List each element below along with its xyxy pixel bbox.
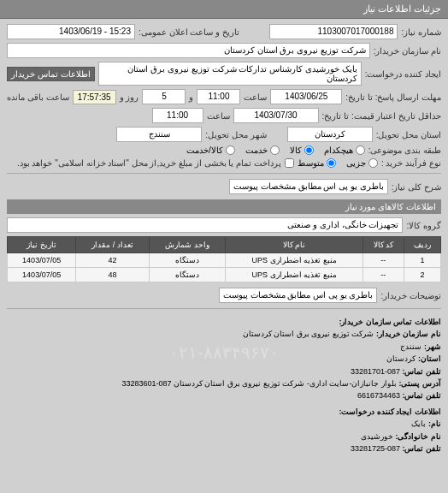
credit-time-field: 11:00 (152, 108, 203, 123)
contact-org-label: نام سازمان خریدار: (376, 330, 441, 338)
public-datetime-field: 15:23 - 1403/06/19 (7, 24, 135, 39)
classification-none-label: هیچکدام (324, 146, 353, 155)
contact-fax-label: تلفن تماس: (403, 391, 442, 400)
remaining-time-label: ساعت باقی مانده (7, 92, 69, 102)
contact-phone-label: تلفن تماس: (403, 367, 442, 376)
classification-none-radio[interactable] (356, 146, 365, 155)
header-title: جزئیات اطلاعات نیاز (363, 3, 441, 14)
contact-name-label: نام: (428, 419, 441, 428)
cell-unit: دستگاه (149, 268, 226, 282)
classification-goods-service-radio[interactable] (226, 146, 235, 155)
process-small-label: جزیی (346, 158, 366, 168)
contact-fax-value: 6616734463 (357, 391, 400, 400)
contact-section2-title: اطلاعات ایجاد کننده درخواست: (7, 406, 441, 418)
process-medium-radio[interactable] (327, 158, 336, 168)
classification-goods-label: کالا (290, 146, 302, 155)
classification-service-radio[interactable] (270, 146, 280, 155)
public-datetime-label: تاریخ و ساعت اعلان عمومی: (139, 27, 239, 37)
buyer-name-field: شرکت توزیع نیروی برق استان کردستان (7, 43, 370, 58)
request-number-label: شماره نیاز: (401, 27, 441, 37)
goods-info-title: اطلاعات کالاهای مورد نیاز (7, 199, 441, 214)
th-date: تاریخ نیاز (8, 237, 76, 253)
general-desc-field: باطری یو پی اس مطابق مشخصات پیوست (229, 179, 388, 194)
response-time-field: 11:00 (197, 89, 240, 104)
credit-time-label: ساعت (207, 111, 230, 121)
buyer-note-field: باطری یو پی اس مطابق مشخصات پیوست (219, 288, 378, 303)
city-label: شهر محل تحویل: (205, 130, 266, 140)
province-field: کردستان (287, 127, 373, 142)
goods-table: ردیف کد کالا نام کالا واحد شمارش تعداد /… (7, 236, 441, 282)
buyer-contact-button[interactable]: اطلاعات تماس خریدار (7, 67, 95, 81)
th-unit: واحد شمارش (149, 237, 226, 253)
remaining-days-label: روز و (120, 92, 139, 102)
classification-radio-group: هیچکدام کالا خدمت کالا/خدمت (186, 146, 365, 155)
contact-city-value: سنندج (400, 342, 421, 351)
cell-qty: 48 (76, 268, 149, 282)
process-medium-label: متوسط (298, 158, 324, 168)
contact-section1-title: اطلاعات تماس سازمان خریدار: (7, 316, 441, 328)
cell-row: 2 (404, 268, 440, 282)
cell-name: منبع تغذیه اضطراری UPS (226, 253, 363, 268)
contact-phone-value: 087-33281701 (351, 367, 400, 376)
cell-code: -- (363, 268, 404, 282)
contact-address-value: بلوار جانبازان-سایت اداری- شرکت توزیع نی… (121, 379, 397, 388)
contact-province-value: کردستان (386, 354, 416, 363)
cell-date: 1403/07/05 (8, 268, 76, 282)
th-qty: تعداد / مقدار (76, 237, 149, 253)
buyer-name-label: نام سازمان خریدار: (374, 46, 441, 56)
process-type-label: نوع فرآیند خرید : (381, 158, 441, 168)
response-date-field: 1403/06/25 (270, 89, 342, 104)
th-row: ردیف (404, 237, 440, 253)
classification-label: طبقه بندی موضوعی: (368, 146, 441, 155)
buyer-note-label: توضیحات خریدار: (380, 291, 441, 300)
cell-name: منبع تغذیه اضطراری UPS (226, 268, 363, 282)
process-type-radio-group: جزیی متوسط (298, 158, 378, 168)
goods-group-field: تجهیزات خانگی، اداری و صنعتی (7, 217, 403, 233)
request-number-field: 1103007017000188 (269, 24, 398, 39)
classification-goods-service-label: کالا/خدمت (186, 146, 223, 155)
classification-service-label: خدمت (245, 146, 268, 155)
remaining-days-field: 5 (142, 89, 186, 104)
contact-lastname-value: خورشیدی (361, 432, 393, 441)
general-desc-label: شرح کلی نیاز: (392, 182, 441, 192)
province-label: استان محل تحویل: (376, 130, 441, 140)
contact-address-label: آدرس پستی: (399, 379, 442, 388)
credit-date-field: 1403/07/30 (233, 108, 319, 123)
contact-org-value: شرکت توزیع نیروی برق استان کردستان (243, 330, 374, 338)
cell-unit: دستگاه (149, 253, 226, 268)
credit-deadline-label: حداقل تاریخ اعتبار قیمت: تا تاریخ: (322, 111, 441, 121)
table-row: 2 -- منبع تغذیه اضطراری UPS دستگاه 48 14… (8, 268, 441, 282)
treasury-checkbox[interactable] (285, 158, 294, 168)
contact-lastname-label: نام خانوادگی: (396, 432, 442, 441)
classification-goods-radio[interactable] (304, 146, 314, 155)
cell-row: 1 (404, 253, 440, 268)
cell-code: -- (363, 253, 404, 268)
cell-date: 1403/07/05 (8, 253, 76, 268)
city-field: سنندج (116, 127, 202, 142)
contact-section: اطلاعات تماس سازمان خریدار: نام سازمان خ… (7, 316, 441, 454)
process-small-radio[interactable] (368, 158, 378, 168)
remaining-and-label: و (189, 92, 193, 102)
th-name: نام کالا (226, 237, 363, 253)
contact-province-label: استان: (418, 354, 441, 363)
response-time-label: ساعت (244, 92, 267, 102)
cell-qty: 42 (76, 253, 149, 268)
th-code: کد کالا (363, 237, 404, 253)
response-deadline-label: مهلت ارسال پاسخ: تا تاریخ: (345, 92, 441, 102)
table-row: 1 -- منبع تغذیه اضطراری UPS دستگاه 42 14… (8, 253, 441, 268)
request-creator-field: بایک خورشیدی کارشناس تدارکات شرکت توزیع … (98, 62, 362, 86)
contact-city-label: شهر: (424, 342, 441, 351)
goods-group-label: گروه کالا: (406, 221, 441, 230)
process-note-label: پرداخت تمام یا بخشی از مبلغ خرید,از محل … (17, 158, 281, 168)
page-header: جزئیات اطلاعات نیاز (0, 0, 448, 19)
contact-phone2-value: 087-33281725 (351, 444, 400, 453)
request-creator-label: ایجاد کننده درخواست: (365, 69, 441, 79)
contact-name-value: بایک (411, 419, 426, 428)
remaining-time-field: 17:57:35 (73, 90, 116, 104)
contact-phone2-label: تلفن تماس: (403, 444, 442, 453)
form-content: شماره نیاز: 1103007017000188 تاریخ و ساع… (0, 19, 448, 460)
